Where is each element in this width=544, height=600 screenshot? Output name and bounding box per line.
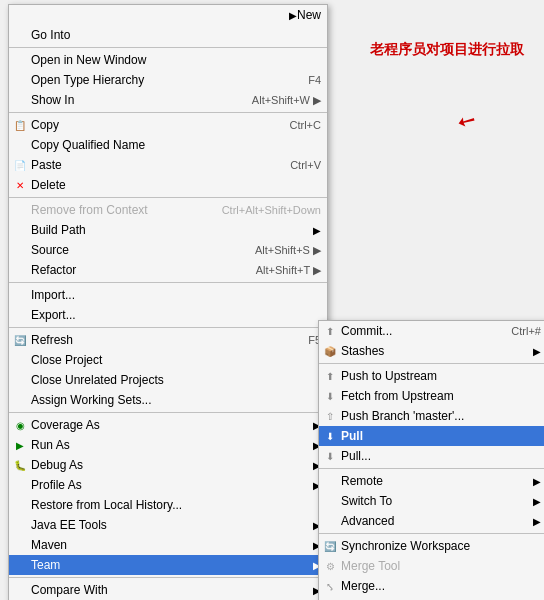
team-submenu: ⬆ Commit... Ctrl+# 📦 Stashes ▶ ⬆ Push to…: [318, 320, 544, 600]
merge-icon: ⤣: [322, 578, 338, 594]
menu-item-open-new-window[interactable]: Open in New Window: [9, 50, 327, 70]
menu-item-run-as[interactable]: ▶ Run As ▶: [9, 435, 327, 455]
separator: [319, 468, 544, 469]
submenu-push-branch[interactable]: ⇧ Push Branch 'master'...: [319, 406, 544, 426]
submenu-remote[interactable]: Remote ▶: [319, 471, 544, 491]
debug-icon: 🐛: [12, 457, 28, 473]
menu-item-maven[interactable]: Maven ▶: [9, 535, 327, 555]
sync-icon: 🔄: [322, 538, 338, 554]
submenu-advanced[interactable]: Advanced ▶: [319, 511, 544, 531]
separator: [9, 112, 327, 113]
separator: [9, 47, 327, 48]
menu-item-java-ee-tools[interactable]: Java EE Tools ▶: [9, 515, 327, 535]
separator: [9, 327, 327, 328]
stash-icon: 📦: [322, 343, 338, 359]
refresh-icon: 🔄: [12, 332, 28, 348]
paste-icon: 📄: [12, 157, 28, 173]
submenu-push-upstream[interactable]: ⬆ Push to Upstream: [319, 366, 544, 386]
menu-item-debug-as[interactable]: 🐛 Debug As ▶: [9, 455, 327, 475]
push-upstream-icon: ⬆: [322, 368, 338, 384]
separator: [9, 577, 327, 578]
annotation-arrow: ➘: [453, 105, 482, 137]
menu-item-paste[interactable]: 📄 Paste Ctrl+V: [9, 155, 327, 175]
menu-item-delete[interactable]: ✕ Delete: [9, 175, 327, 195]
menu-item-remove-context[interactable]: Remove from Context Ctrl+Alt+Shift+Down: [9, 200, 327, 220]
commit-icon: ⬆: [322, 323, 338, 339]
submenu-rebase[interactable]: ↺ Rebase...: [319, 596, 544, 600]
menu-item-coverage-as[interactable]: ◉ Coverage As ▶: [9, 415, 327, 435]
menu-item-restore-local[interactable]: Restore from Local History...: [9, 495, 327, 515]
menu-item-refactor[interactable]: Refactor Alt+Shift+T ▶: [9, 260, 327, 280]
menu-item-source[interactable]: Source Alt+Shift+S ▶: [9, 240, 327, 260]
submenu-pull[interactable]: ⬇ Pull: [319, 426, 544, 446]
menu-item-copy[interactable]: 📋 Copy Ctrl+C: [9, 115, 327, 135]
coverage-icon: ◉: [12, 417, 28, 433]
copy-icon: 📋: [12, 117, 28, 133]
menu-item-open-type-hierarchy[interactable]: Open Type Hierarchy F4: [9, 70, 327, 90]
menu-item-copy-qualified-name[interactable]: Copy Qualified Name: [9, 135, 327, 155]
push-branch-icon: ⇧: [322, 408, 338, 424]
menu-item-team[interactable]: Team ▶: [9, 555, 327, 575]
menu-item-show-in[interactable]: Show In Alt+Shift+W ▶: [9, 90, 327, 110]
menu-item-close-project[interactable]: Close Project: [9, 350, 327, 370]
menu-item-new[interactable]: ▶ New: [9, 5, 327, 25]
separator: [319, 363, 544, 364]
menu-item-compare-with[interactable]: Compare With ▶: [9, 580, 327, 600]
separator: [319, 533, 544, 534]
context-menu: ▶ New Go Into Open in New Window Open Ty…: [8, 4, 328, 600]
menu-item-refresh[interactable]: 🔄 Refresh F5: [9, 330, 327, 350]
fetch-upstream-icon: ⬇: [322, 388, 338, 404]
menu-item-go-into[interactable]: Go Into: [9, 25, 327, 45]
pull-dots-icon: ⬇: [322, 448, 338, 464]
separator: [9, 412, 327, 413]
separator: [9, 282, 327, 283]
pull-icon: ⬇: [322, 428, 338, 444]
submenu-stashes[interactable]: 📦 Stashes ▶: [319, 341, 544, 361]
submenu-merge-tool[interactable]: ⚙ Merge Tool: [319, 556, 544, 576]
menu-item-export[interactable]: Export...: [9, 305, 327, 325]
menu-item-import[interactable]: Import...: [9, 285, 327, 305]
menu-item-profile-as[interactable]: Profile As ▶: [9, 475, 327, 495]
merge-tool-icon: ⚙: [322, 558, 338, 574]
separator: [9, 197, 327, 198]
submenu-pull-dots[interactable]: ⬇ Pull...: [319, 446, 544, 466]
menu-item-assign-working-sets[interactable]: Assign Working Sets...: [9, 390, 327, 410]
submenu-commit[interactable]: ⬆ Commit... Ctrl+#: [319, 321, 544, 341]
annotation-text: 老程序员对项目进行拉取: [370, 40, 524, 58]
submenu-sync-workspace[interactable]: 🔄 Synchronize Workspace: [319, 536, 544, 556]
menu-item-close-unrelated[interactable]: Close Unrelated Projects: [9, 370, 327, 390]
submenu-switch-to[interactable]: Switch To ▶: [319, 491, 544, 511]
submenu-fetch-upstream[interactable]: ⬇ Fetch from Upstream: [319, 386, 544, 406]
delete-icon: ✕: [12, 177, 28, 193]
menu-item-build-path[interactable]: Build Path ▶: [9, 220, 327, 240]
run-icon: ▶: [12, 437, 28, 453]
submenu-merge[interactable]: ⤣ Merge...: [319, 576, 544, 596]
